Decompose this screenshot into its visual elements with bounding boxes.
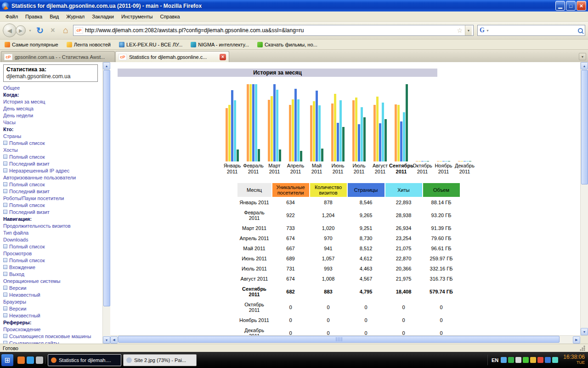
url-input[interactable] xyxy=(85,26,455,35)
sidebar-sublink[interactable]: Ссылающиеся сайты xyxy=(3,340,102,344)
sidebar-sublink[interactable]: Последний визит xyxy=(3,188,102,195)
sidebar-scrollbar-thumb[interactable] xyxy=(103,70,110,306)
bookmark-item-2[interactable]: LEX-PEX.RU - ВСЕ ЛУ... xyxy=(119,42,182,47)
menu-item-4[interactable]: Закладки xyxy=(88,12,118,21)
sidebar-link[interactable]: Часы xyxy=(3,119,102,126)
messenger-icon[interactable] xyxy=(530,357,536,363)
stop-button[interactable]: × xyxy=(47,25,58,36)
antivirus-icon[interactable] xyxy=(508,357,514,363)
sidebar-link[interactable]: Авторизованные пользователи xyxy=(3,174,102,181)
sidebar-link[interactable]: Страны xyxy=(3,133,102,140)
language-indicator[interactable]: EN xyxy=(492,357,498,363)
search-input[interactable] xyxy=(491,27,577,34)
bookmark-item-0[interactable]: Самые популярные xyxy=(5,42,58,47)
bookmark-item-3[interactable]: NIGMA - интеллекту... xyxy=(191,42,249,47)
horizontal-scrollbar-thumb[interactable] xyxy=(118,336,560,343)
scroll-up-icon[interactable]: ▲ xyxy=(103,62,110,69)
sidebar-link[interactable]: Браузеры xyxy=(3,299,102,305)
usb-device-icon[interactable] xyxy=(552,357,558,363)
tab-0[interactable]: cPgpsonline.com.ua - - Статистика Awst..… xyxy=(1,51,115,62)
task-button-0[interactable]: Statistics for djlemah.... xyxy=(48,354,121,366)
update-shield-icon[interactable] xyxy=(523,357,529,363)
main-scrollbar-thumb[interactable] xyxy=(581,70,588,184)
menu-item-2[interactable]: Вид xyxy=(46,12,62,21)
menu-item-6[interactable]: Справка xyxy=(156,12,183,21)
sidebar-sublink[interactable]: Версии xyxy=(3,285,102,292)
sidebar-sublink[interactable]: Выход xyxy=(3,271,102,278)
sidebar-sublink[interactable]: Полный список xyxy=(3,202,102,209)
sidebar-sublink[interactable]: Неразрешенный IP адрес xyxy=(3,167,102,174)
start-button[interactable]: ⊞ xyxy=(1,354,13,366)
sidebar-sublink[interactable]: Неизвестный xyxy=(3,312,102,319)
search-magnifier-icon[interactable] xyxy=(578,28,583,33)
home-button[interactable]: ⌂ xyxy=(60,25,71,36)
sidebar-sublink[interactable]: Ссылающиеся поисковые машины xyxy=(3,333,102,340)
main-vertical-scrollbar[interactable]: ▲ ▼ xyxy=(580,62,588,335)
back-button[interactable]: ◀ xyxy=(3,23,17,37)
menu-item-5[interactable]: Инструменты xyxy=(118,12,157,21)
firewall-icon[interactable] xyxy=(537,357,543,363)
sidebar-scrollbar[interactable]: ▲ ▼ xyxy=(102,62,110,344)
tab-1[interactable]: cPStatistics for djlemah.gpsonline.c...× xyxy=(115,51,229,62)
sidebar-sublink[interactable]: Полный список xyxy=(3,154,102,161)
scroll-right-icon[interactable]: ▶ xyxy=(573,336,580,344)
scroll-left-icon[interactable]: ◀ xyxy=(110,336,118,344)
launch-ie-icon[interactable] xyxy=(27,356,34,364)
sidebar-link[interactable]: День месяца xyxy=(3,105,102,112)
task-button-1[interactable]: Site 2.jpg (73%) - Pai... xyxy=(123,354,197,366)
bookmark-item-4[interactable]: Скачать фильмы, но... xyxy=(257,42,317,47)
sidebar-link[interactable]: Операционные системы xyxy=(3,278,102,285)
sidebar-link[interactable]: Общее xyxy=(3,85,102,92)
sidebar-link[interactable]: Происхождение xyxy=(3,326,102,333)
sidebar-sublink[interactable]: Последний визит xyxy=(3,161,102,167)
launch-firefox-icon[interactable] xyxy=(17,356,25,364)
bookmark-item-1[interactable]: Лента новостей xyxy=(67,42,111,47)
volume-icon[interactable] xyxy=(515,357,521,363)
menu-item-0[interactable]: Файл xyxy=(2,12,22,21)
sidebar-sublink[interactable]: Вхождение xyxy=(3,264,102,271)
url-dropdown-button[interactable]: ▼ xyxy=(465,25,472,35)
search-engine-dropdown-icon[interactable]: ▼ xyxy=(486,29,489,32)
google-icon[interactable]: G xyxy=(480,27,485,34)
sidebar-sublink[interactable]: Полный список xyxy=(3,181,102,188)
sidebar-link[interactable]: Роботы/Пауки посетители xyxy=(3,195,102,202)
show-desktop-icon[interactable] xyxy=(36,356,43,364)
sidebar-link[interactable]: Downloads xyxy=(3,236,102,243)
forward-button[interactable]: ▶ xyxy=(16,25,26,35)
sidebar-link[interactable]: Продолжительность визитов xyxy=(3,223,102,230)
sidebar-sublink[interactable]: Неизвестный xyxy=(3,292,102,299)
sidebar-link[interactable]: История за месяц xyxy=(3,98,102,105)
sidebar-sublink[interactable]: Полный список xyxy=(3,243,102,250)
bookmark-star-icon[interactable]: ☆ xyxy=(456,27,463,34)
sidebar-link[interactable]: Просмотров xyxy=(3,250,102,257)
chart-bar xyxy=(445,161,447,161)
navigation-toolbar: ◀ ▶ ▼ ↻ × ⌂ cP ☆ ▼ G ▼ xyxy=(0,22,588,40)
menu-item-3[interactable]: Журнал xyxy=(62,12,88,21)
sidebar-link[interactable]: Хосты xyxy=(3,147,102,154)
refresh-button[interactable]: ↻ xyxy=(34,25,45,36)
sidebar-sublink[interactable]: Версии xyxy=(3,305,102,312)
scroll-down-icon[interactable]: ▼ xyxy=(581,328,588,335)
scroll-up-icon[interactable]: ▲ xyxy=(581,62,588,69)
main-horizontal-scrollbar[interactable]: ◀ ▶ xyxy=(110,335,580,344)
table-row: Февраль 20119221,2049,26528,93893.20 ГБ xyxy=(237,208,460,223)
sidebar-sublink[interactable]: Полный список xyxy=(3,257,102,264)
sidebar-sublink[interactable]: Полный список xyxy=(3,140,102,147)
resize-grip[interactable] xyxy=(579,345,585,351)
sidebar-link[interactable]: День недели xyxy=(3,112,102,119)
menu-item-1[interactable]: Правка xyxy=(22,12,46,21)
history-dropdown-icon[interactable]: ▼ xyxy=(28,29,33,32)
scroll-down-icon[interactable]: ▼ xyxy=(103,336,110,344)
thumb-grip xyxy=(336,337,342,341)
clock[interactable]: 16:38:06 TUE xyxy=(563,355,585,365)
url-bar[interactable]: cP ☆ ▼ xyxy=(73,25,474,36)
sidebar-sublink[interactable]: Последний визит xyxy=(3,209,102,216)
close-button[interactable]: × xyxy=(577,1,586,11)
network-icon[interactable] xyxy=(501,357,507,363)
sidebar-link[interactable]: Тип файла xyxy=(3,230,102,236)
minimize-button[interactable]: ▁ xyxy=(555,1,565,11)
tab-list-dropdown[interactable]: ▼ xyxy=(579,53,586,60)
tab-close-icon[interactable]: × xyxy=(220,54,226,60)
display-icon[interactable] xyxy=(545,357,551,363)
maximize-button[interactable]: □ xyxy=(566,1,576,11)
